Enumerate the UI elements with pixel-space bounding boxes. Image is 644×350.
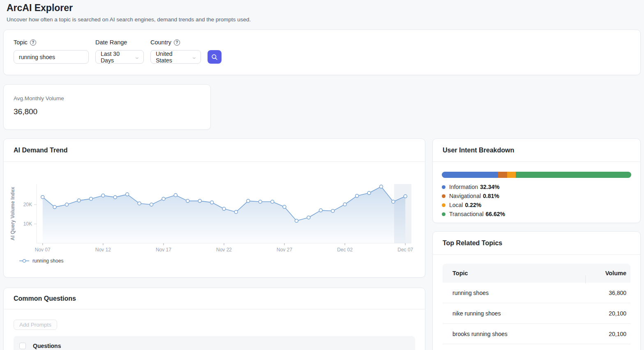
trend-data-point[interactable] <box>77 199 81 202</box>
avg-monthly-volume-label: Avg.Monthly Volume <box>14 95 201 101</box>
questions-card-title: Common Questions <box>4 288 425 309</box>
trend-data-point[interactable] <box>126 193 129 196</box>
trend-data-point[interactable] <box>102 194 105 197</box>
intent-percentage: 32.34% <box>480 184 499 190</box>
trend-data-point[interactable] <box>319 209 322 212</box>
trend-area <box>43 187 406 243</box>
intent-stacked-bar[interactable] <box>442 172 631 178</box>
questions-column-label: Questions <box>33 343 61 349</box>
intent-bar-segment-navigational[interactable] <box>498 172 507 178</box>
country-label: Country <box>150 39 171 46</box>
trend-data-point[interactable] <box>380 185 383 188</box>
avg-monthly-volume-value: 36,800 <box>14 107 201 116</box>
legend-dot-icon <box>442 185 445 189</box>
trend-data-point[interactable] <box>355 194 359 198</box>
legend-line-marker-icon <box>19 259 29 263</box>
common-questions-card: Common Questions Add Prompts Questions <box>3 288 425 350</box>
trend-data-point[interactable] <box>89 197 92 200</box>
intent-legend-item-navigational: Navigational0.81% <box>442 191 631 200</box>
related-table-header: Topic Volume <box>443 264 630 283</box>
ai-demand-trend-card: AI Demand Trend 10K20KAI Query Volume In… <box>3 138 425 278</box>
search-button[interactable] <box>208 50 222 64</box>
trend-data-point[interactable] <box>295 219 298 223</box>
country-value: United States <box>156 51 189 64</box>
trend-data-point[interactable] <box>367 191 371 195</box>
trend-data-point[interactable] <box>222 207 226 210</box>
trend-data-point[interactable] <box>174 193 177 197</box>
intent-percentage: 0.81% <box>483 193 499 199</box>
trend-data-point[interactable] <box>53 205 56 209</box>
related-table-body: running shoes36,800nike running shoes20,… <box>443 283 630 344</box>
y-tick-label: 20K <box>23 202 32 207</box>
intent-legend: Information32.34%Navigational0.81%Local0… <box>442 182 631 219</box>
trend-legend[interactable]: running shoes <box>19 258 63 264</box>
user-intent-breakdown-card: User Intent Breakdown Information32.34%N… <box>432 138 641 223</box>
x-tick-label: Dec 02 <box>337 247 353 253</box>
related-topic-row: running shoes36,800 <box>443 283 630 303</box>
topic-help-icon[interactable]: ? <box>30 39 36 46</box>
intent-card-title: User Intent Breakdown <box>433 139 640 162</box>
intent-legend-item-information: Information32.34% <box>442 182 631 191</box>
trend-line-chart[interactable]: 10K20KAI Query Volume IndexNov 07Nov 12N… <box>4 162 426 257</box>
x-tick-label: Nov 12 <box>95 247 111 253</box>
date-range-select[interactable]: Last 30 Days ⌄ <box>95 50 144 64</box>
trend-data-point[interactable] <box>307 216 310 219</box>
chevron-down-icon: ⌄ <box>191 54 197 60</box>
intent-bar-segment-information[interactable] <box>442 172 498 178</box>
x-tick-label: Dec 07 <box>397 247 413 253</box>
related-volume-cell: 20,100 <box>585 331 630 337</box>
page-subtitle: Uncover how often a topic is searched on… <box>7 16 251 23</box>
trend-data-point[interactable] <box>259 200 262 203</box>
legend-dot-icon <box>442 203 445 207</box>
topic-input[interactable] <box>14 50 89 64</box>
legend-dot-icon <box>442 194 445 198</box>
trend-data-point[interactable] <box>113 196 117 199</box>
topic-field: Topic ? <box>14 39 89 64</box>
x-tick-label: Nov 22 <box>216 247 232 253</box>
trend-data-point[interactable] <box>343 203 346 206</box>
trend-data-point[interactable] <box>210 201 214 204</box>
related-card-title: Top Related Topics <box>433 232 640 255</box>
intent-label: Transactional <box>449 211 484 217</box>
intent-legend-item-local: Local0.22% <box>442 200 631 210</box>
trend-data-point[interactable] <box>65 203 69 206</box>
trend-data-point[interactable] <box>186 199 189 203</box>
column-divider <box>585 275 586 283</box>
trend-card-title: AI Demand Trend <box>4 139 425 162</box>
intent-bar-segment-transactional[interactable] <box>516 172 631 178</box>
trend-data-point[interactable] <box>247 199 250 203</box>
trend-data-point[interactable] <box>162 197 165 200</box>
add-prompts-button[interactable]: Add Prompts <box>14 320 57 330</box>
intent-bar-segment-local[interactable] <box>507 172 516 178</box>
trend-data-point[interactable] <box>283 205 286 209</box>
related-column-volume: Volume <box>585 270 630 276</box>
select-all-checkbox[interactable] <box>19 343 26 349</box>
related-volume-cell: 36,800 <box>585 290 630 296</box>
page-title: ArcAI Explorer <box>7 2 73 14</box>
trend-data-point[interactable] <box>271 200 274 203</box>
trend-data-point[interactable] <box>198 199 201 203</box>
related-volume-cell: 20,100 <box>585 310 630 317</box>
intent-label: Information <box>449 184 478 190</box>
date-range-label: Date Range <box>95 39 127 46</box>
trend-data-point[interactable] <box>150 203 153 206</box>
related-topic-row: nike running shoes20,100 <box>443 303 630 324</box>
country-select[interactable]: United States ⌄ <box>150 50 201 64</box>
country-field: Country ? United States ⌄ <box>150 39 201 64</box>
country-help-icon[interactable]: ? <box>174 39 180 46</box>
intent-legend-item-transactional: Transactional66.62% <box>442 210 631 219</box>
avg-monthly-volume-card: Avg.Monthly Volume 36,800 <box>3 84 211 130</box>
intent-percentage: 0.22% <box>465 202 481 208</box>
trend-data-point[interactable] <box>331 210 335 213</box>
top-related-topics-card: Top Related Topics Topic Volume running … <box>432 231 641 350</box>
related-topic-cell: nike running shoes <box>443 310 585 317</box>
trend-data-point[interactable] <box>41 196 44 199</box>
trend-data-point[interactable] <box>392 200 395 203</box>
related-column-topic: Topic <box>443 270 585 276</box>
trend-data-point[interactable] <box>234 210 238 214</box>
y-tick-label: 10K <box>23 221 32 227</box>
trend-data-point[interactable] <box>404 195 407 198</box>
intent-percentage: 66.62% <box>486 211 505 217</box>
y-axis-title: AI Query Volume Index <box>10 187 16 240</box>
trend-data-point[interactable] <box>138 202 141 205</box>
